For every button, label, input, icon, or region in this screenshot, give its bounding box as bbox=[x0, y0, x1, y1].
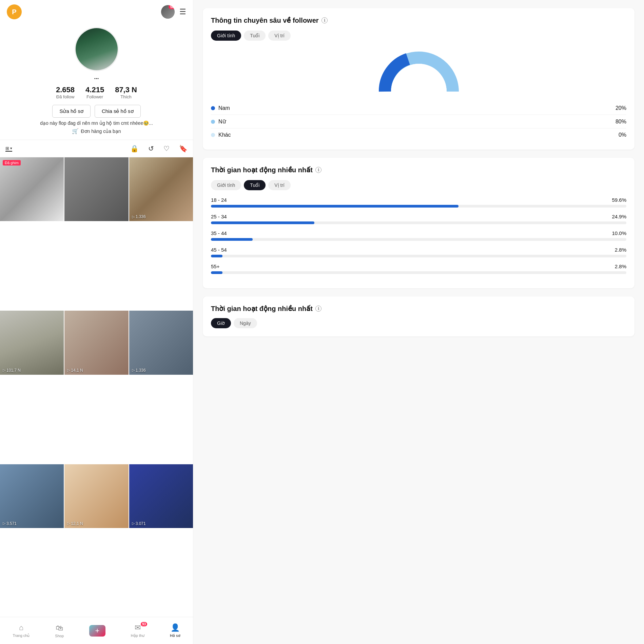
nav-inbox-label: Hộp thư bbox=[131, 633, 144, 638]
activity-bottom-info-icon[interactable]: ℹ bbox=[315, 306, 321, 312]
share-profile-button[interactable]: Chia sẻ hồ sơ bbox=[95, 105, 141, 118]
header: P 58 ☰ bbox=[0, 0, 193, 24]
bar-row-18-24: 18 - 24 59.6% bbox=[211, 197, 626, 208]
video-cell-7[interactable]: ▷ 3.571 bbox=[0, 464, 64, 528]
activity-age-filter-tabs: Giới tính Tuổi Vị trí bbox=[211, 180, 626, 190]
tab-saved[interactable]: 🔖 bbox=[179, 144, 188, 153]
legend-nam: Nam 20% bbox=[211, 102, 626, 115]
age-25-34: 25 - 34 bbox=[211, 214, 227, 219]
pct-55plus: 2.8% bbox=[615, 264, 626, 269]
bottom-nav: ⌂ Trang chủ 🛍 Shop + ✉ 93 Hộp thư 👤 Hồ s… bbox=[0, 617, 193, 644]
bar-row-35-44: 35 - 44 10.0% bbox=[211, 230, 626, 241]
activity-age-filter-gender[interactable]: Giới tính bbox=[211, 180, 241, 190]
follower-info-icon[interactable]: ℹ bbox=[321, 17, 328, 23]
follower-filter-tabs: Giới tính Tuổi Vị trí bbox=[211, 31, 626, 41]
video-cell-3[interactable]: ▷ 1.336 bbox=[129, 157, 193, 221]
order-link-text: Đơn hàng của bạn bbox=[81, 129, 121, 134]
pinned-badge-1: Đã ghim bbox=[3, 160, 21, 165]
video-label-8: ▷ 12,1 N bbox=[67, 521, 83, 526]
video-label-5: ▷ 14,1 N bbox=[67, 368, 83, 373]
menu-icon[interactable]: ☰ bbox=[179, 7, 186, 16]
tab-repost[interactable]: ↺ bbox=[148, 144, 154, 153]
nav-home-label: Trang chủ bbox=[13, 633, 30, 638]
filter-tab-age[interactable]: Tuổi bbox=[244, 31, 266, 41]
filter-tab-gender[interactable]: Giới tính bbox=[211, 31, 241, 41]
activity-time-age-card: Thời gian hoạt động nhiều nhất ℹ Giới tí… bbox=[203, 158, 635, 288]
nav-profile-label: Hồ sơ bbox=[170, 633, 180, 638]
followers-label: Follower bbox=[86, 94, 103, 99]
video-cell-9[interactable]: ▷ 3.071 bbox=[129, 464, 193, 528]
stats-row: 2.658 Đã follow 4.215 Follower 87,3 N Th… bbox=[56, 85, 137, 99]
activity-age-filter-location[interactable]: Vị trí bbox=[268, 180, 291, 190]
inbox-icon: ✉ bbox=[135, 623, 141, 632]
legend-khac: Khác 0% bbox=[211, 129, 626, 141]
activity-bottom-filter-tabs: Giờ Ngày bbox=[211, 318, 626, 328]
bottom-filter-tab-day[interactable]: Ngày bbox=[234, 318, 257, 328]
bar-row-25-34: 25 - 34 24.9% bbox=[211, 214, 626, 224]
likes-count: 87,3 N bbox=[115, 85, 137, 94]
nav-home[interactable]: ⌂ Trang chủ bbox=[13, 623, 30, 638]
header-avatar[interactable]: 58 bbox=[161, 5, 175, 19]
pct-35-44: 10.0% bbox=[612, 230, 626, 236]
video-cell-6[interactable]: ▷ 1.336 bbox=[129, 311, 193, 374]
pct-25-34: 24.9% bbox=[612, 214, 626, 219]
right-panel: Thông tin chuyên sâu về follower ℹ Giới … bbox=[193, 0, 644, 644]
nu-dot bbox=[211, 120, 215, 124]
pct-18-24: 59.6% bbox=[612, 197, 626, 203]
khac-label: Khác bbox=[218, 132, 231, 138]
order-link[interactable]: 🛒 Đơn hàng của bạn bbox=[72, 128, 121, 134]
age-55plus: 55+ bbox=[211, 264, 219, 269]
nam-pct: 20% bbox=[616, 105, 626, 111]
follower-info-card: Thông tin chuyên sâu về follower ℹ Giới … bbox=[203, 8, 635, 150]
nu-label: Nữ bbox=[218, 118, 226, 125]
video-label-3: ▷ 1.336 bbox=[132, 214, 146, 219]
home-icon: ⌂ bbox=[19, 623, 23, 632]
premium-icon[interactable]: P bbox=[7, 4, 22, 19]
pct-45-54: 2.8% bbox=[615, 247, 626, 253]
video-label-4: ▷ 101,7 N bbox=[3, 368, 21, 373]
cart-icon: 🛒 bbox=[72, 128, 79, 134]
age-18-24: 18 - 24 bbox=[211, 197, 227, 203]
profile-section: ... 2.658 Đã follow 4.215 Follower 87,3 … bbox=[0, 24, 193, 140]
tab-lock[interactable]: 🔒 bbox=[130, 144, 139, 153]
video-cell-5[interactable]: ▷ 14,1 N bbox=[64, 311, 128, 374]
nav-plus[interactable]: + bbox=[89, 625, 105, 637]
video-cell-2[interactable] bbox=[64, 157, 128, 221]
khac-pct: 0% bbox=[619, 132, 626, 138]
profile-icon: 👤 bbox=[171, 623, 180, 632]
video-cell-1[interactable]: Đã ghim bbox=[0, 157, 64, 221]
header-right: 58 ☰ bbox=[161, 5, 186, 19]
filter-tab-location[interactable]: Vị trí bbox=[268, 31, 291, 41]
stat-likes: 87,3 N Thích bbox=[115, 85, 137, 99]
donut-chart bbox=[375, 47, 463, 95]
tab-liked[interactable]: ♡ bbox=[163, 144, 170, 153]
video-cell-8[interactable]: ▷ 12,1 N bbox=[64, 464, 128, 528]
nav-profile[interactable]: 👤 Hồ sơ bbox=[170, 623, 180, 638]
follower-info-title: Thông tin chuyên sâu về follower ℹ bbox=[211, 16, 626, 24]
nav-shop-label: Shop bbox=[55, 634, 64, 638]
edit-profile-button[interactable]: Sửa hồ sơ bbox=[52, 105, 91, 118]
username: ... bbox=[94, 74, 99, 81]
followers-count: 4.215 bbox=[85, 85, 104, 94]
shop-icon: 🛍 bbox=[56, 624, 63, 632]
stat-following: 2.658 Đã follow bbox=[56, 85, 75, 99]
stat-followers: 4.215 Follower bbox=[85, 85, 104, 99]
tab-videos-dropdown[interactable]: ⊞▾ bbox=[5, 146, 12, 152]
video-cell-4[interactable]: ▷ 101,7 N bbox=[0, 311, 64, 374]
nu-pct: 80% bbox=[616, 119, 626, 125]
plus-button[interactable]: + bbox=[89, 625, 105, 637]
activity-age-filter-age[interactable]: Tuổi bbox=[244, 180, 266, 190]
nav-shop[interactable]: 🛍 Shop bbox=[55, 624, 64, 638]
donut-chart-container bbox=[211, 47, 626, 95]
nam-dot bbox=[211, 106, 215, 110]
inbox-badge: 93 bbox=[141, 622, 147, 626]
following-label: Đã follow bbox=[56, 94, 74, 99]
nav-inbox[interactable]: ✉ 93 Hộp thư bbox=[131, 623, 144, 638]
video-grid: Đã ghim ▷ 1.336 ▷ 101,7 N ▷ 14,1 N bbox=[0, 157, 193, 617]
age-45-54: 45 - 54 bbox=[211, 247, 227, 253]
activity-age-info-icon[interactable]: ℹ bbox=[315, 167, 321, 173]
bottom-filter-tab-hour[interactable]: Giờ bbox=[211, 318, 231, 328]
activity-time-bottom-card: Thời gian hoạt động nhiều nhất ℹ Giờ Ngà… bbox=[203, 296, 635, 336]
following-count: 2.658 bbox=[56, 85, 75, 94]
age-bar-section: 18 - 24 59.6% 25 - 34 24.9% 35 - 44 10.0… bbox=[211, 197, 626, 274]
